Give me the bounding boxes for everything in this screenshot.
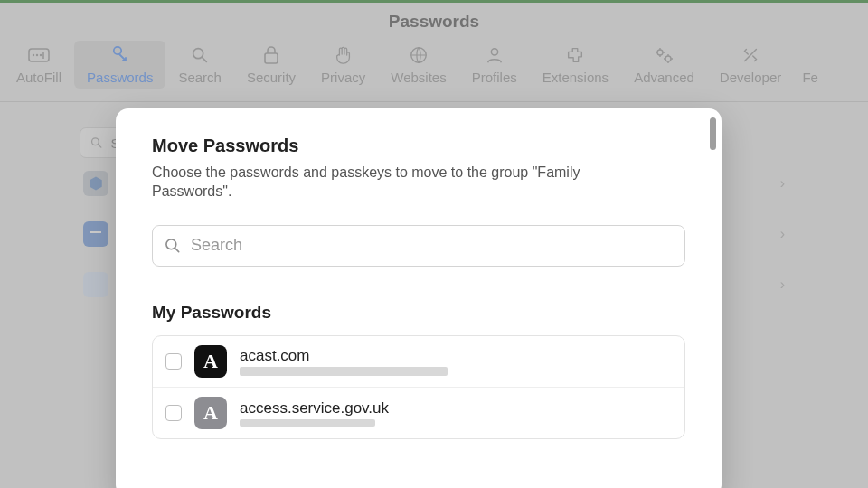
lock-icon	[260, 44, 282, 66]
svg-rect-12	[89, 230, 103, 239]
chevron-right-icon: ›	[780, 226, 785, 242]
svg-point-5	[193, 49, 203, 59]
chevron-right-icon: ›	[780, 175, 785, 192]
bg-favicon-1	[83, 171, 108, 196]
password-checkbox[interactable]	[165, 405, 182, 421]
modal-search-input[interactable]	[191, 236, 674, 255]
site-favicon: A	[194, 345, 227, 378]
autofill-icon	[28, 44, 50, 66]
svg-point-3	[40, 54, 42, 56]
svg-point-11	[92, 138, 99, 145]
svg-point-1	[33, 54, 34, 56]
person-icon	[484, 44, 505, 66]
toolbar-privacy[interactable]: Privacy	[308, 41, 378, 89]
toolbar-profiles[interactable]: Profiles	[459, 41, 530, 89]
password-username-redacted	[240, 419, 375, 427]
password-site: access.service.gov.uk	[240, 399, 389, 418]
toolbar-label: Fe	[802, 70, 818, 85]
ellipsis-icon	[799, 44, 821, 66]
toolbar-label: Passwords	[87, 70, 153, 85]
toolbar-label: Developer	[720, 70, 781, 85]
search-icon	[164, 237, 182, 255]
toolbar-websites[interactable]: Websites	[378, 41, 458, 89]
preferences-toolbar: AutoFill Passwords Search Security Priva…	[0, 41, 868, 102]
scrollbar-thumb[interactable]	[710, 117, 716, 150]
toolbar-label: AutoFill	[16, 70, 61, 85]
globe-icon	[408, 44, 429, 66]
toolbar-security[interactable]: Security	[234, 41, 308, 89]
toolbar-autofill[interactable]: AutoFill	[4, 41, 74, 89]
key-icon	[109, 44, 131, 66]
modal-title: Move Passwords	[152, 136, 685, 156]
svg-point-9	[657, 50, 663, 55]
modal-description: Choose the passwords and passkeys to mov…	[152, 164, 631, 202]
hand-icon	[333, 44, 354, 66]
toolbar-label: Websites	[391, 70, 446, 85]
toolbar-passwords[interactable]: Passwords	[74, 41, 165, 89]
tools-icon	[740, 44, 761, 66]
gears-icon	[653, 44, 675, 66]
svg-point-10	[665, 56, 671, 61]
svg-rect-13	[90, 231, 101, 233]
svg-rect-6	[265, 53, 278, 63]
modal-search[interactable]	[152, 225, 685, 267]
bg-favicon-2	[83, 221, 108, 247]
toolbar-developer[interactable]: Developer	[707, 41, 794, 89]
toolbar-overflow[interactable]: Fe	[794, 41, 823, 89]
search-icon	[189, 44, 211, 66]
password-site: acast.com	[240, 347, 448, 365]
toolbar-label: Privacy	[321, 70, 365, 85]
bg-favicon-3	[83, 272, 108, 297]
toolbar-label: Profiles	[472, 70, 517, 85]
toolbar-label: Extensions	[542, 70, 609, 85]
site-favicon: A	[194, 397, 227, 429]
chevron-right-icon: ›	[780, 277, 785, 293]
svg-rect-0	[29, 49, 49, 61]
svg-point-2	[36, 54, 38, 56]
window-title: Passwords	[0, 3, 868, 41]
svg-point-8	[491, 49, 497, 55]
toolbar-label: Search	[178, 70, 222, 85]
toolbar-advanced[interactable]: Advanced	[621, 41, 707, 89]
password-checkbox[interactable]	[165, 353, 182, 370]
toolbar-extensions[interactable]: Extensions	[530, 41, 621, 89]
password-username-redacted	[240, 367, 448, 376]
toolbar-label: Security	[247, 70, 296, 85]
toolbar-label: Advanced	[634, 70, 694, 85]
password-item[interactable]: A access.service.gov.uk	[153, 388, 684, 438]
password-list: A acast.com A access.service.gov.uk	[152, 335, 685, 439]
my-passwords-section-title: My Passwords	[152, 303, 685, 323]
password-item[interactable]: A acast.com	[153, 336, 684, 388]
move-passwords-modal: Move Passwords Choose the passwords and …	[116, 108, 722, 488]
toolbar-search[interactable]: Search	[165, 41, 234, 89]
svg-point-4	[114, 47, 121, 54]
extensions-icon	[564, 44, 586, 66]
